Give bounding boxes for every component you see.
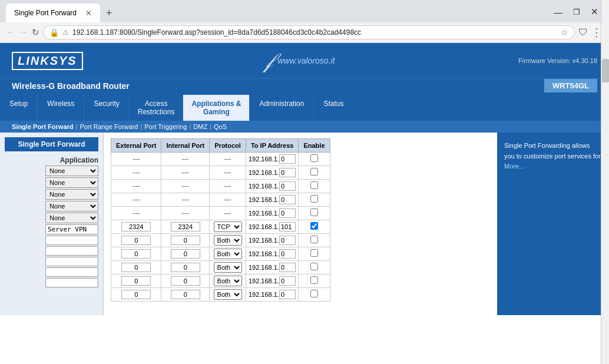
ext-port-input[interactable] [121,290,151,299]
ip-prefix: 192.168.1. [249,169,279,176]
ip-last-input[interactable] [279,195,296,204]
proto-select[interactable]: TCPUDPBoth [214,249,242,259]
ext-port-cell: --- [111,207,161,220]
proto-select[interactable]: TCPUDPBoth [214,289,242,300]
ip-last-input[interactable] [279,290,296,299]
ext-port-input[interactable] [121,276,151,286]
int-port-input[interactable] [171,276,200,286]
app-text-4[interactable] [45,257,98,266]
forward-button[interactable]: → [19,27,28,38]
proto-select[interactable]: TCP UDP Both [214,221,242,232]
app-text-3[interactable] [45,246,98,256]
app-select-2[interactable]: None [45,177,98,188]
ext-port-cell: --- [111,193,161,207]
tab-administration[interactable]: Administration [250,95,314,121]
scrollbar-thumb[interactable] [602,59,609,82]
tab-wireless[interactable]: Wireless [38,95,84,121]
app-select-3[interactable]: None [45,189,98,200]
app-text-2[interactable] [45,236,98,245]
ip-last-input[interactable] [279,263,296,272]
table-row: TCPUDPBoth 192.168.1. [111,288,330,302]
tab-security[interactable]: Security [84,95,129,121]
int-port-input[interactable] [171,263,200,272]
ip-last-input[interactable] [279,276,296,286]
back-button[interactable]: ← [6,27,15,38]
tab-setup[interactable]: Setup [0,95,38,121]
script-glyph: 𝒻 [266,48,273,73]
int-port-input[interactable] [171,290,200,299]
int-port-input[interactable] [171,222,200,231]
reload-button[interactable]: ↻ [32,27,39,38]
proto-select[interactable]: TCPUDPBoth [214,276,242,286]
app-text-6[interactable] [45,278,98,287]
subnav-qos[interactable]: QoS [214,123,227,130]
active-tab[interactable]: Single Port Forward ✕ [6,4,100,22]
proto-select[interactable]: TCPUDPBoth [214,262,242,273]
proto-select[interactable]: TCPUDPBoth [214,235,242,246]
content-area: Single Port Forward Application None Non… [0,133,609,315]
int-port-cell: --- [161,180,210,193]
enable-checkbox[interactable] [310,276,318,284]
star-icon[interactable]: ☆ [561,28,568,37]
new-tab-button[interactable]: + [100,7,118,19]
app-text-1[interactable] [45,224,98,234]
tab-close-icon[interactable]: ✕ [85,9,92,18]
subnav-port-range-forward[interactable]: Port Range Forward [80,123,138,130]
tab-status[interactable]: Status [314,95,353,121]
enable-cell [299,193,330,207]
ip-cell: 192.168.1. [246,288,299,302]
ip-cell: 192.168.1. [246,247,299,261]
window-minimize-button[interactable]: — [549,6,567,17]
ip-prefix: 192.168.1. [249,196,279,203]
enable-cell [299,234,330,247]
enable-cell [299,153,330,166]
ip-last-input[interactable] [279,209,296,218]
vertical-scrollbar[interactable] [601,0,609,364]
ip-last-input[interactable] [279,249,296,259]
app-text-5[interactable] [45,267,98,277]
url-input[interactable] [72,28,557,37]
app-select-4[interactable]: None [45,201,98,211]
ext-port-input[interactable] [121,222,151,231]
enable-checkbox[interactable] [310,249,318,257]
app-select-1[interactable]: None [45,166,98,176]
ext-port-input[interactable] [121,236,151,245]
ip-last-input[interactable] [279,181,296,191]
app-select-5[interactable]: None [45,213,98,223]
enable-checkbox[interactable] [310,290,318,297]
window-maximize-button[interactable]: ❐ [568,6,585,17]
ext-port-cell: --- [111,180,161,193]
subnav-port-triggering[interactable]: Port Triggering [144,123,187,130]
extensions-button[interactable]: 🛡 [578,27,588,38]
ext-port-cell [111,288,161,302]
ext-port-input[interactable] [121,263,151,272]
table-row: --- --- --- 192.168.1. [111,193,330,207]
ip-last-input[interactable] [279,154,296,164]
enable-checkbox[interactable] [310,168,318,176]
subnav-sep1: | [76,123,78,130]
enable-checkbox[interactable] [310,263,318,270]
enable-checkbox[interactable] [310,181,318,189]
app-label: Application [60,156,98,164]
enable-checkbox[interactable] [310,209,318,216]
proto-cell: TCPUDPBoth [210,288,246,302]
enable-checkbox[interactable] [310,154,318,162]
table-row: TCPUDPBoth 192.168.1. [111,261,330,274]
tab-access-restrictions[interactable]: AccessRestrictions [130,95,184,121]
ip-last-input[interactable] [279,168,296,177]
subnav-dmz[interactable]: DMZ [193,123,207,130]
title-bar: Single Port Forward ✕ + — ❐ ✕ [0,0,609,22]
enable-checkbox[interactable] [310,222,318,230]
nav-tabs: Setup Wireless Security AccessRestrictio… [0,95,609,121]
ip-last-input[interactable] [279,236,296,245]
int-port-input[interactable] [171,249,200,259]
ip-prefix: 192.168.1. [249,264,279,271]
tab-applications-gaming[interactable]: Applications &Gaming [183,95,250,121]
enable-checkbox[interactable] [310,195,318,203]
subnav-single-port-forward[interactable]: Single Port Forward [12,123,74,130]
enable-checkbox[interactable] [310,236,318,243]
help-more-link[interactable]: More... [504,163,524,170]
ip-last-input[interactable] [279,222,296,231]
int-port-input[interactable] [171,236,200,245]
ext-port-input[interactable] [121,249,151,259]
